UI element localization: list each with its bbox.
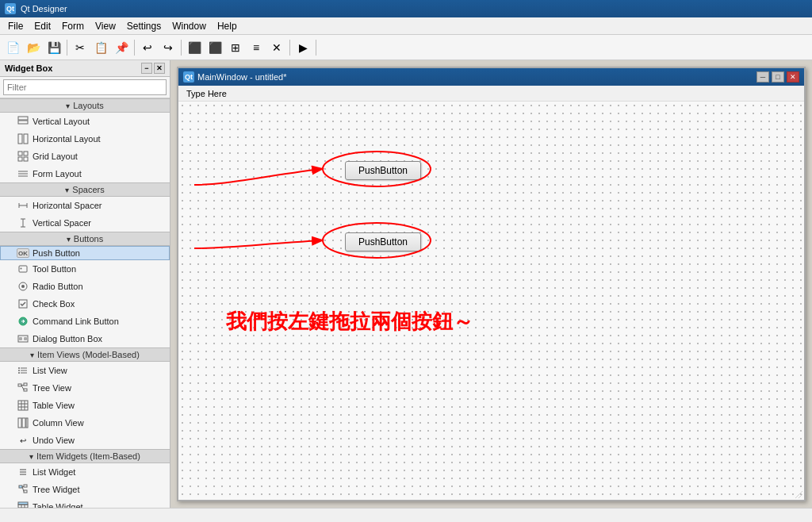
section-layouts[interactable]: Layouts bbox=[0, 98, 170, 113]
toolbar-layout-h[interactable]: ⬛ bbox=[185, 38, 204, 57]
item-list-widget[interactable]: List Widget bbox=[0, 463, 170, 481]
horizontal-spacer-icon bbox=[17, 199, 29, 212]
widget-box-pin[interactable]: − bbox=[141, 63, 152, 74]
item-tree-view[interactable]: Tree View bbox=[0, 379, 170, 397]
item-form-layout[interactable]: Form Layout bbox=[0, 165, 170, 182]
section-item-views[interactable]: Item Views (Model-Based) bbox=[0, 347, 170, 362]
app-title: Qt Designer bbox=[21, 4, 807, 13]
item-list-view[interactable]: List View bbox=[0, 362, 170, 379]
svg-rect-34 bbox=[24, 383, 27, 386]
list-widget-icon bbox=[17, 466, 29, 478]
toolbar-sep-2 bbox=[134, 40, 135, 56]
toolbar-redo[interactable]: ↪ bbox=[159, 38, 178, 57]
item-dialog-button-box[interactable]: Dialog Button Box bbox=[0, 330, 170, 347]
item-tree-widget[interactable]: Tree Widget bbox=[0, 481, 170, 498]
widget-box-header-buttons: − ✕ bbox=[141, 63, 165, 74]
svg-point-30 bbox=[18, 370, 20, 371]
inner-window-title-group: Qt MainWindow - untitled* bbox=[183, 71, 287, 83]
toolbar-layout-form[interactable]: ≡ bbox=[247, 38, 266, 57]
toolbar-new[interactable]: 📄 bbox=[3, 38, 22, 57]
svg-rect-44 bbox=[26, 418, 28, 428]
item-table-view[interactable]: Table View bbox=[0, 397, 170, 414]
main-content: Widget Box − ✕ Layouts Vertical Layout bbox=[0, 60, 812, 508]
svg-rect-52 bbox=[24, 490, 27, 493]
svg-rect-25 bbox=[24, 337, 27, 340]
svg-rect-24 bbox=[19, 337, 22, 340]
inner-minimize-button[interactable]: ─ bbox=[756, 71, 769, 83]
inner-window-titlebar: Qt MainWindow - untitled* ─ □ ✕ bbox=[178, 68, 804, 86]
filter-input[interactable] bbox=[3, 79, 167, 95]
toolbar-cut[interactable]: ✂ bbox=[71, 38, 90, 57]
toolbar-break[interactable]: ✕ bbox=[267, 38, 286, 57]
svg-rect-32 bbox=[18, 384, 21, 386]
vertical-spacer-icon bbox=[17, 217, 29, 229]
table-view-label: Table View bbox=[33, 401, 75, 410]
item-column-view[interactable]: Column View bbox=[0, 414, 170, 432]
toolbar-paste[interactable]: 📌 bbox=[112, 38, 131, 57]
vertical-spacer-label: Vertical Spacer bbox=[33, 218, 91, 228]
menu-form[interactable]: Form bbox=[57, 19, 89, 33]
svg-rect-4 bbox=[18, 152, 22, 155]
vertical-layout-label: Vertical Layout bbox=[33, 117, 90, 126]
toolbar-open[interactable]: 📂 bbox=[24, 38, 43, 57]
toolbar-preview[interactable]: ▶ bbox=[293, 38, 312, 57]
horizontal-layout-label: Horizontal Layout bbox=[33, 134, 101, 144]
inner-menu-type-here[interactable]: Type Here bbox=[182, 88, 232, 99]
inner-maximize-button[interactable]: □ bbox=[772, 71, 784, 83]
menu-view[interactable]: View bbox=[90, 19, 121, 33]
inner-window-body[interactable]: PushButton PushButton bbox=[178, 102, 804, 500]
dialog-button-box-icon bbox=[17, 332, 29, 345]
svg-rect-6 bbox=[18, 157, 22, 161]
form-layout-label: Form Layout bbox=[33, 169, 82, 178]
item-undo-view[interactable]: ↩ Undo View bbox=[0, 432, 170, 449]
menu-bar: File Edit Form View Settings Window Help bbox=[0, 17, 812, 35]
widget-box-close[interactable]: ✕ bbox=[154, 63, 165, 74]
push-button-1[interactable]: PushButton bbox=[345, 161, 421, 180]
inner-window-title-text: MainWindow - untitled* bbox=[197, 72, 287, 82]
svg-point-20 bbox=[21, 285, 25, 288]
inner-window-menubar: Type Here bbox=[178, 86, 804, 102]
section-spacers[interactable]: Spacers bbox=[0, 182, 170, 197]
toolbar-undo[interactable]: ↩ bbox=[138, 38, 157, 57]
menu-window[interactable]: Window bbox=[167, 19, 211, 33]
item-grid-layout[interactable]: Grid Layout bbox=[0, 148, 170, 165]
menu-edit[interactable]: Edit bbox=[29, 19, 56, 33]
item-command-link-button[interactable]: Command Link Button bbox=[0, 313, 170, 330]
filter-bar bbox=[0, 77, 170, 98]
radio-button-icon bbox=[17, 280, 29, 293]
right-area: Qt MainWindow - untitled* ─ □ ✕ Type Her… bbox=[170, 60, 812, 508]
annotation-chinese-text: 我們按左鍵拖拉兩個按鈕～ bbox=[226, 308, 473, 336]
section-buttons[interactable]: Buttons bbox=[0, 232, 170, 246]
grid-layout-label: Grid Layout bbox=[33, 152, 78, 161]
annotation-arrow-1 bbox=[178, 145, 329, 193]
inner-window-icon: Qt bbox=[183, 71, 194, 83]
radio-button-label: Radio Button bbox=[33, 282, 83, 291]
svg-rect-1 bbox=[18, 121, 28, 124]
menu-help[interactable]: Help bbox=[213, 19, 242, 33]
command-link-button-label: Command Link Button bbox=[33, 317, 119, 326]
toolbar-copy[interactable]: 📋 bbox=[91, 38, 110, 57]
item-vertical-spacer[interactable]: Vertical Spacer bbox=[0, 214, 170, 232]
svg-rect-36 bbox=[24, 389, 27, 391]
item-vertical-layout[interactable]: Vertical Layout bbox=[0, 113, 170, 130]
menu-file[interactable]: File bbox=[3, 19, 28, 33]
table-widget-icon bbox=[17, 501, 29, 508]
item-table-widget[interactable]: Table Widget bbox=[0, 498, 170, 508]
toolbar-sep-1 bbox=[67, 40, 67, 56]
toolbar-save[interactable]: 💾 bbox=[44, 38, 63, 57]
resize-handle[interactable] bbox=[793, 489, 802, 498]
item-radio-button[interactable]: Radio Button bbox=[0, 278, 170, 295]
tree-widget-label: Tree Widget bbox=[33, 485, 80, 494]
push-button-2[interactable]: PushButton bbox=[345, 232, 421, 251]
section-item-widgets[interactable]: Item Widgets (Item-Based) bbox=[0, 449, 170, 463]
inner-close-button[interactable]: ✕ bbox=[787, 71, 799, 83]
item-horizontal-layout[interactable]: Horizontal Layout bbox=[0, 130, 170, 148]
item-push-button[interactable]: OK Push Button bbox=[0, 246, 170, 260]
widget-box-header: Widget Box − ✕ bbox=[0, 60, 170, 77]
toolbar-layout-grid[interactable]: ⊞ bbox=[226, 38, 245, 57]
item-horizontal-spacer[interactable]: Horizontal Spacer bbox=[0, 197, 170, 214]
menu-settings[interactable]: Settings bbox=[122, 19, 166, 33]
toolbar-layout-v[interactable]: ⬛ bbox=[205, 38, 224, 57]
item-check-box[interactable]: Check Box bbox=[0, 295, 170, 313]
item-tool-button[interactable]: Tool Button bbox=[0, 260, 170, 278]
